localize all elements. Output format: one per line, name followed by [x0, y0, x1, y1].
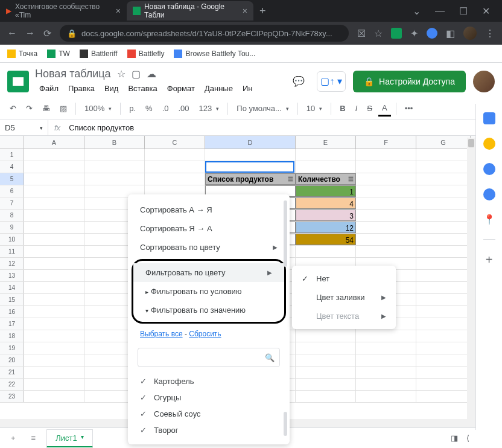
- cell[interactable]: [24, 354, 84, 366]
- cell[interactable]: [356, 222, 416, 233]
- filter-value-item[interactable]: ▾Фильтровать по значению: [133, 301, 284, 319]
- select-all-corner[interactable]: [0, 136, 24, 149]
- new-tab-button[interactable]: +: [253, 5, 272, 18]
- cell[interactable]: [24, 294, 84, 306]
- profile-avatar[interactable]: [463, 27, 477, 40]
- font-select[interactable]: По умолча...: [233, 101, 293, 115]
- cell[interactable]: [24, 342, 84, 354]
- cell[interactable]: [145, 161, 205, 173]
- bookmark-item[interactable]: Browse Battlefy Tou...: [174, 50, 255, 58]
- cell[interactable]: [84, 173, 145, 185]
- select-all-link[interactable]: Выбрать все: [140, 330, 183, 338]
- menu-format[interactable]: Формат: [163, 82, 199, 95]
- cell[interactable]: [356, 379, 416, 390]
- tasks-icon[interactable]: [483, 163, 495, 175]
- cell[interactable]: [416, 270, 471, 281]
- cell[interactable]: [356, 161, 416, 173]
- cell[interactable]: [416, 246, 471, 257]
- cell[interactable]: [24, 210, 84, 221]
- cell[interactable]: [296, 342, 356, 354]
- column-header[interactable]: G: [416, 136, 471, 149]
- expand-icon[interactable]: ⟨: [466, 434, 469, 443]
- column-header[interactable]: F: [356, 136, 416, 149]
- maximize-icon[interactable]: ☐: [459, 5, 468, 17]
- cell[interactable]: Количество☰: [296, 173, 356, 185]
- close-window-icon[interactable]: ✕: [482, 5, 490, 17]
- strikethrough-button[interactable]: S: [363, 101, 376, 115]
- vertical-scrollbar[interactable]: [467, 138, 475, 427]
- row-header[interactable]: 21: [0, 366, 24, 378]
- cell[interactable]: [416, 330, 471, 342]
- row-header[interactable]: 5: [0, 173, 24, 185]
- cell[interactable]: [416, 366, 471, 378]
- cell[interactable]: [356, 185, 416, 197]
- currency-button[interactable]: р.: [126, 101, 139, 115]
- translate-icon[interactable]: ☒: [357, 28, 366, 39]
- menu-data[interactable]: Данные: [200, 82, 237, 95]
- extensions-icon[interactable]: ✦: [410, 28, 418, 39]
- cell[interactable]: [24, 282, 84, 293]
- cell[interactable]: [356, 330, 416, 342]
- browser-tab-2[interactable]: Новая таблица - Google Табли ×: [127, 1, 253, 21]
- row-header[interactable]: 19: [0, 342, 24, 354]
- column-header[interactable]: E: [296, 136, 356, 149]
- cell[interactable]: [24, 173, 84, 185]
- cell[interactable]: [356, 366, 416, 378]
- cell[interactable]: [24, 391, 84, 402]
- font-size-select[interactable]: 10: [303, 101, 326, 115]
- maps-icon[interactable]: 📍: [483, 214, 495, 226]
- cell[interactable]: [416, 210, 471, 221]
- cell[interactable]: [416, 161, 471, 173]
- row-header[interactable]: 8: [0, 210, 24, 221]
- scrollbar[interactable]: [284, 200, 287, 267]
- cell[interactable]: [24, 222, 84, 233]
- cell[interactable]: [416, 306, 471, 318]
- filter-value-item[interactable]: ✓Соевый соус: [140, 406, 278, 422]
- cell[interactable]: [416, 149, 471, 161]
- menu-tools[interactable]: Ин: [238, 82, 257, 95]
- explore-button[interactable]: ◨: [451, 434, 458, 443]
- cloud-icon[interactable]: ☁: [147, 68, 156, 80]
- all-sheets-button[interactable]: ≡: [27, 431, 41, 445]
- add-sheet-button[interactable]: +: [6, 431, 21, 445]
- present-button[interactable]: ▢↑ ▾: [317, 71, 346, 92]
- menu-edit[interactable]: Правка: [64, 82, 99, 95]
- cell[interactable]: [356, 210, 416, 221]
- cell[interactable]: [296, 391, 356, 402]
- row-header[interactable]: 7: [0, 197, 24, 209]
- cell[interactable]: [205, 149, 296, 161]
- cell[interactable]: [416, 173, 471, 185]
- keep-icon[interactable]: [483, 138, 495, 150]
- cell[interactable]: [296, 149, 356, 161]
- cell[interactable]: [24, 330, 84, 342]
- cell[interactable]: [356, 149, 416, 161]
- star-icon[interactable]: ☆: [117, 68, 126, 80]
- cell[interactable]: [416, 234, 471, 245]
- number-format-button[interactable]: 123: [195, 101, 223, 115]
- contacts-icon[interactable]: [483, 188, 495, 200]
- cell[interactable]: 12: [296, 222, 356, 233]
- bookmark-item[interactable]: Battlefly: [127, 50, 165, 58]
- cell[interactable]: [416, 294, 471, 306]
- cell[interactable]: [416, 318, 471, 330]
- add-addon-icon[interactable]: +: [486, 253, 493, 267]
- zoom-select[interactable]: 100%: [81, 101, 115, 115]
- italic-button[interactable]: I: [352, 101, 361, 115]
- calendar-icon[interactable]: [483, 112, 495, 124]
- name-box[interactable]: D5▾: [0, 120, 48, 135]
- cell[interactable]: [356, 197, 416, 209]
- cell[interactable]: 1: [296, 185, 356, 197]
- cell[interactable]: [416, 197, 471, 209]
- cell[interactable]: [145, 149, 205, 161]
- row-header[interactable]: 13: [0, 270, 24, 281]
- cell[interactable]: [24, 366, 84, 378]
- cell[interactable]: [416, 282, 471, 293]
- row-header[interactable]: 18: [0, 330, 24, 342]
- cell[interactable]: [356, 354, 416, 366]
- comments-icon[interactable]: 💬: [288, 71, 310, 92]
- row-header[interactable]: 10: [0, 234, 24, 245]
- filter-search-input[interactable]: 🔍: [138, 348, 280, 367]
- formula-input[interactable]: Список продуктов: [66, 123, 134, 132]
- submenu-text-color[interactable]: Цвет текста▶: [292, 307, 396, 325]
- row-header[interactable]: 11: [0, 246, 24, 257]
